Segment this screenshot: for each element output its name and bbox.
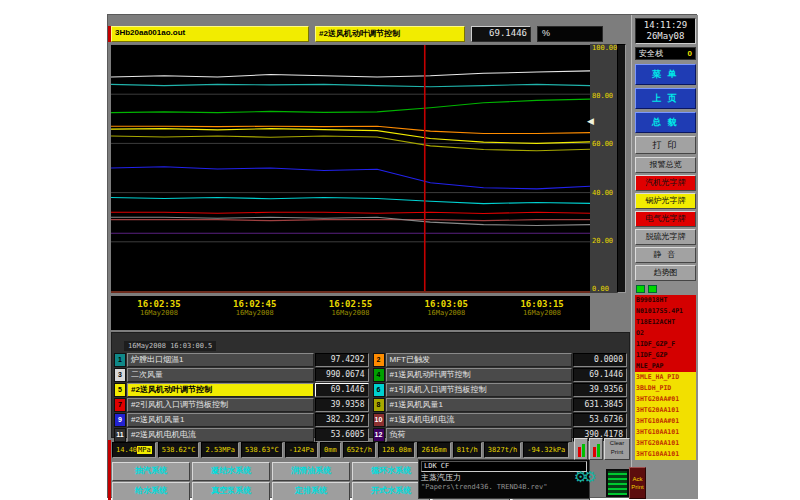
console-message: 主蒸汽压力 — [421, 472, 587, 483]
sidebar-nav-button[interactable]: 总 貌 — [635, 112, 696, 133]
pen-color-chip: 1 — [114, 353, 126, 367]
alarm-tag[interactable]: T18E12ACHT — [635, 317, 696, 328]
grid-display-button[interactable] — [606, 469, 629, 497]
alarm-tag[interactable]: 3HTG10AA101 — [635, 449, 696, 460]
console-path: "Papers\trend436. TREND4B.rev" — [421, 483, 587, 492]
x-axis-tick: 16:02:35 16May2008 — [111, 296, 207, 330]
tick-date: 16May2008 — [398, 309, 494, 317]
system-page-button[interactable]: 润滑油系统 — [272, 462, 350, 481]
selected-pen-title[interactable]: #2送风机动叶调节控制 — [315, 26, 465, 42]
alarm-tag[interactable]: 1IDF_GZP_F — [635, 339, 696, 350]
alarm-tag[interactable]: MLE_PAP — [635, 361, 696, 372]
pen-label: #2送风机风量1 — [127, 413, 314, 427]
mute-button[interactable]: 静 音 — [635, 247, 696, 263]
green-bar-icon — [582, 444, 585, 457]
pen-value: 990.0674 — [315, 368, 369, 382]
alarm-tag[interactable]: B99018HT — [635, 295, 696, 306]
system-page-button[interactable]: 抽汽系统 — [112, 462, 190, 481]
green-bar-icon — [597, 444, 600, 457]
edge-marker — [108, 440, 111, 500]
corner-widgets: ClearPrint — [574, 438, 630, 460]
legend-row[interactable]: 4 #1送风机动叶调节控制 69.1446 — [373, 368, 628, 382]
legend-row[interactable]: 9 #2送风机风量1 382.3297 — [114, 413, 369, 427]
trend-scrollbar[interactable] — [617, 44, 626, 293]
security-level-field[interactable]: 安全栈 0 — [635, 47, 696, 60]
alarm-summary-button[interactable]: 报警总览 — [635, 157, 696, 173]
legend-row[interactable]: 1 炉膛出口烟温1 97.4292 — [114, 353, 369, 367]
pen-color-chip: 8 — [373, 398, 385, 412]
legend-row[interactable]: 6 #1引风机入口调节挡板控制 39.9356 — [373, 383, 628, 397]
red-bar-icon — [578, 447, 581, 457]
legend-row[interactable]: 7 #2引风机入口调节挡板控制 39.9358 — [114, 398, 369, 412]
ack-print-button[interactable]: AckPrint — [629, 467, 646, 499]
sidebar: 14:11:29 26May08 安全栈 0 菜 单上 页总 貌 打 印 报警总… — [631, 15, 698, 499]
print-button[interactable]: 打 印 — [635, 136, 696, 154]
legend-row[interactable]: 8 #1送风机风量1 631.3845 — [373, 398, 628, 412]
sidebar-nav-button[interactable]: 菜 单 — [635, 64, 696, 85]
tick-date: 16May2008 — [111, 309, 207, 317]
pen-value-marker-icon[interactable]: ◀ — [587, 116, 594, 125]
selected-pen-unit: % — [537, 26, 603, 42]
security-label: 安全栈 — [639, 48, 663, 59]
tick-time: 16:02:45 — [207, 299, 303, 309]
pen-color-chip: 6 — [373, 383, 385, 397]
ack-print-label: Print — [630, 483, 645, 491]
print-label: Print — [605, 448, 629, 457]
valve-faceplate-tile[interactable] — [589, 438, 603, 460]
pen-legend-panel: 16May2008 16:03:00.5 1 炉膛出口烟温1 97.4292 3… — [111, 332, 630, 438]
alarm-tag[interactable]: O2 — [635, 328, 696, 339]
x-axis-tick: 16:03:05 16May2008 — [398, 296, 494, 330]
trend-page-button[interactable]: 趋势图 — [635, 265, 696, 281]
alarm-tag[interactable]: 3HTG10AA#01 — [635, 416, 696, 427]
legend-row[interactable]: 5 #2送风机动叶调节控制 69.1446 — [114, 383, 369, 397]
pen-label: MFT已触发 — [386, 353, 573, 367]
status-cell: 0mm — [320, 442, 341, 458]
clock-date: 26May08 — [636, 31, 695, 42]
system-page-button[interactable]: 定排系统 — [272, 482, 350, 500]
alarm-tag[interactable]: N01017S5.4P1 — [635, 306, 696, 317]
alarm-tag[interactable]: 3HTG10AA101 — [635, 427, 696, 438]
status-cell: 3827t/h — [484, 442, 522, 458]
clear-print-button[interactable]: ClearPrint — [604, 438, 630, 460]
legend-row[interactable]: 2 MFT已触发 0.0000 — [373, 353, 628, 367]
y-axis-label: 80.00 — [592, 92, 616, 100]
status-cell: 2616mm — [417, 442, 450, 458]
y-axis-label: 60.00 — [592, 140, 616, 148]
trend-plot-area[interactable] — [111, 44, 590, 293]
alarm-tag[interactable]: 3HTG20AA101 — [635, 405, 696, 416]
system-page-button[interactable]: 凝结水系统 — [192, 462, 270, 481]
selected-pen-value: 69.1446 — [471, 26, 531, 42]
sidebar-nav-button[interactable]: 上 页 — [635, 88, 696, 109]
trend-file-tag[interactable]: 3Hb20aa001ao.out — [111, 26, 309, 42]
console-input-field[interactable]: LDK CF — [421, 461, 587, 472]
annunciator-button[interactable]: 汽机光字牌 — [635, 175, 696, 191]
status-cell: 81t/h — [453, 442, 482, 458]
annunciator-button[interactable]: 电气光字牌 — [635, 211, 696, 227]
alarm-tag[interactable]: 3HTG20AA#01 — [635, 394, 696, 405]
alarm-tag[interactable]: 3HTG20AA101 — [635, 438, 696, 449]
alarm-tag[interactable]: 3BLDH_PID — [635, 383, 696, 394]
status-value: 14.40 — [116, 446, 137, 454]
pen-color-chip: 9 — [114, 413, 126, 427]
annunciator-button[interactable]: 脱硫光字牌 — [635, 229, 696, 245]
annunciator-button[interactable]: 锅炉光字牌 — [635, 193, 696, 209]
security-value: 0 — [688, 48, 692, 59]
alarm-tag[interactable]: 1IDF_GZP — [635, 350, 696, 361]
status-cell-main-steam-pressure: 14.40MPa — [112, 442, 156, 458]
status-cell: -94.32kPa — [523, 442, 569, 458]
y-axis-label: 100.00 — [592, 44, 616, 52]
pen-label: 炉膛出口烟温1 — [127, 353, 314, 367]
system-page-button[interactable]: 真空泵系统 — [192, 482, 270, 500]
pen-value: 69.1446 — [315, 383, 369, 397]
gears-icon[interactable]: ⚙⚙ — [574, 470, 604, 498]
alarm-tag[interactable]: 3MLE_HA_PID — [635, 372, 696, 383]
green-indicator-icon — [648, 285, 657, 293]
legend-row[interactable]: 10 #1送风机电机电流 53.6736 — [373, 413, 628, 427]
system-page-button[interactable]: 给水系统 — [112, 482, 190, 500]
x-axis-tick: 16:02:45 16May2008 — [207, 296, 303, 330]
tick-time: 16:03:05 — [398, 299, 494, 309]
legend-row[interactable]: 3 二次风量 990.0674 — [114, 368, 369, 382]
y-axis-scale: ◀ 100.0080.0060.0040.0020.000.00 — [590, 44, 617, 293]
valve-faceplate-tile[interactable] — [574, 438, 588, 460]
green-indicator-icon — [636, 285, 645, 293]
